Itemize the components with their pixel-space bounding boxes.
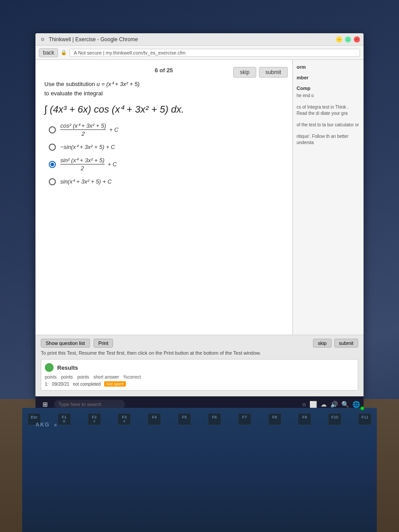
- col-points-skipped: points: [77, 375, 89, 379]
- radio-b[interactable]: [49, 144, 56, 151]
- akg-dot: [54, 424, 57, 426]
- results-icon: [45, 363, 54, 372]
- browser-icon: ⊙: [39, 36, 46, 43]
- power-light: [361, 407, 364, 410]
- sidebar-info-1: cs of Integra test in Think . Read the d…: [297, 104, 360, 117]
- key-f9[interactable]: F9: [298, 413, 311, 425]
- sidebar-label-1: orm: [297, 64, 360, 70]
- key-f6[interactable]: F6: [208, 413, 221, 425]
- key-f10[interactable]: F10: [328, 413, 341, 425]
- sidebar-info-2: of the test to ta bur calculator or: [297, 122, 360, 128]
- print-instruction: To print this Test, Resume the Test firs…: [41, 350, 358, 356]
- akg-label: AKG: [35, 422, 57, 428]
- submit-button[interactable]: submit: [259, 67, 288, 78]
- answer-option-d[interactable]: sin(x⁴ + 3x² + 5) + C: [49, 178, 283, 185]
- answer-a-text: cos² (x⁴ + 3x² + 5) 2 + C: [60, 122, 118, 137]
- print-button[interactable]: Print: [94, 339, 113, 348]
- integral-expression: ∫ (4x³ + 6x) cos (x⁴ + 3x² + 5) dx.: [44, 104, 283, 115]
- taskbar-icon-2[interactable]: ⬜: [309, 401, 317, 408]
- answer-option-b[interactable]: −sin(x⁴ + 3x² + 5) + C: [49, 144, 283, 151]
- url-input[interactable]: A Not secure | my.thinkwell.com/tv_es_ex…: [70, 49, 360, 57]
- sidebar-info-text-3: ritique'. Follow th an better understa: [297, 133, 360, 146]
- security-indicator: 🔒: [61, 50, 67, 55]
- key-f2[interactable]: F2☀: [88, 413, 101, 425]
- taskbar-icon-3[interactable]: ☁: [321, 401, 327, 408]
- result-row-1: 1: 09/20/21 not completed Not spent: [45, 381, 354, 387]
- address-bar: back 🔒 A Not secure | my.thinkwell.com/t…: [35, 46, 364, 60]
- question-line1: Use the substitution: [44, 81, 95, 87]
- window-controls: – □ ×: [336, 36, 360, 43]
- answer-option-c[interactable]: sin² (x⁴ + 3x² + 5) 2 + C: [49, 157, 283, 172]
- keyboard-top-row: Esc F1⚙ F2☀ F3✦ F4 F5 F6 F7 F8 F9 F10 F1…: [22, 408, 377, 427]
- answer-c-text: sin² (x⁴ + 3x² + 5) 2 + C: [60, 157, 117, 172]
- sidebar-section-2: mber: [297, 75, 360, 80]
- results-columns: points points points short answer %corre…: [45, 375, 354, 379]
- taskbar-icon-4[interactable]: 🔊: [330, 401, 338, 408]
- results-section: Results points points points short answe…: [41, 359, 358, 391]
- result-date: 09/20/21: [52, 382, 69, 387]
- question-line2: to evaluate the integral: [44, 90, 103, 97]
- sidebar-label-2: mber: [297, 75, 360, 80]
- col-percent-correct: %correct: [123, 375, 141, 379]
- close-button[interactable]: ×: [354, 36, 360, 43]
- comp-text: he end o: [297, 93, 360, 99]
- taskbar-icons: ○ ⬜ ☁ 🔊 🔍 🌐: [302, 401, 360, 408]
- comp-label: Comp: [297, 86, 360, 91]
- substitution-formula: u = (x⁴ + 3x² + 5): [97, 81, 140, 87]
- minimize-button[interactable]: –: [336, 36, 342, 43]
- keyboard: Esc F1⚙ F2☀ F3✦ F4 F5 F6 F7 F8 F9 F10 F1…: [22, 408, 377, 532]
- skip-button[interactable]: skip: [233, 67, 256, 78]
- results-title: Results: [45, 363, 354, 372]
- sidebar-section-1: orm: [297, 64, 360, 70]
- answer-option-a[interactable]: cos² (x⁴ + 3x² + 5) 2 + C: [49, 122, 283, 137]
- bottom-submit-button[interactable]: submit: [334, 339, 358, 348]
- taskbar-icon-1[interactable]: ○: [302, 401, 306, 408]
- not-completed-badge: Not spent: [104, 381, 126, 387]
- key-f5[interactable]: F5: [178, 413, 191, 425]
- key-f3[interactable]: F3✦: [117, 413, 131, 425]
- key-f1[interactable]: F1⚙: [58, 413, 71, 425]
- answer-choices-container: cos² (x⁴ + 3x² + 5) 2 + C −sin(x⁴ + 3x² …: [44, 122, 283, 185]
- bottom-controls: Show question list Print skip submit: [41, 339, 358, 348]
- back-nav-button[interactable]: back: [39, 48, 58, 57]
- bottom-skip-button[interactable]: skip: [313, 339, 332, 348]
- sidebar-info-text-2: of the test to ta bur calculator or: [297, 122, 360, 128]
- radio-d[interactable]: [49, 178, 56, 185]
- taskbar-icon-6[interactable]: 🌐: [352, 401, 360, 408]
- sidebar-info-3: ritique'. Follow th an better understa: [297, 133, 360, 146]
- taskbar-search-input[interactable]: [54, 400, 125, 409]
- radio-a[interactable]: [49, 126, 56, 133]
- taskbar-icon-5[interactable]: 🔍: [341, 401, 349, 408]
- answer-b-text: −sin(x⁴ + 3x² + 5) + C: [60, 144, 115, 150]
- progress-text: 6 of 25: [155, 67, 173, 74]
- col-points-right: points: [45, 375, 57, 379]
- show-question-list-button[interactable]: Show question list: [41, 339, 90, 348]
- sidebar-info-text-1: cs of Integra test in Think . Read the d…: [297, 104, 360, 117]
- key-f7[interactable]: F7: [238, 413, 251, 425]
- key-f4[interactable]: F4: [148, 413, 161, 425]
- radio-c[interactable]: [49, 161, 56, 168]
- window-title: Thinkwell | Exercise - Google Chrome: [49, 36, 336, 43]
- result-status: not completed: [73, 382, 101, 387]
- sidebar-section-comp: Comp he end o: [297, 86, 360, 99]
- key-f8[interactable]: F8: [268, 413, 282, 425]
- maximize-button[interactable]: □: [345, 36, 351, 43]
- bottom-bar: Show question list Print skip submit To …: [35, 335, 364, 397]
- key-f11[interactable]: F11: [358, 413, 372, 425]
- answer-d-text: sin(x⁴ + 3x² + 5) + C: [60, 178, 112, 185]
- col-short-answer: short answer: [94, 375, 119, 379]
- question-text: Use the substitution u = (x⁴ + 3x² + 5) …: [44, 80, 283, 98]
- title-bar: ⊙ Thinkwell | Exercise - Google Chrome –…: [35, 33, 364, 46]
- col-points-wrong: points: [61, 375, 73, 379]
- result-number: 1:: [45, 382, 48, 387]
